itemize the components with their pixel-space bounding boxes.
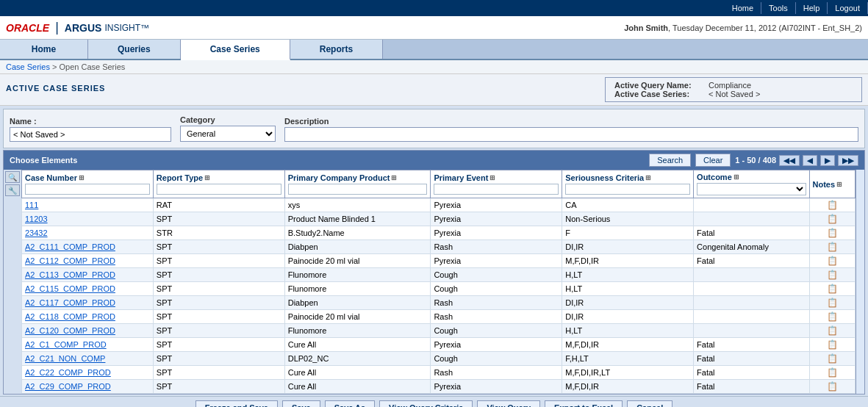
notes-icon[interactable]: 📋 xyxy=(827,284,838,294)
cell-notes[interactable]: 📋 xyxy=(809,352,855,366)
sort-icon-outcome[interactable]: ⊞ xyxy=(734,173,739,181)
cell-notes[interactable]: 📋 xyxy=(809,268,855,282)
table-scroll-area[interactable]: Case Number ⊞ Report Type ⊞ Primary Comp… xyxy=(21,170,856,394)
cell-case-number[interactable]: A2_C1_COMP_PROD xyxy=(22,338,154,352)
name-input[interactable] xyxy=(10,127,171,142)
cell-notes[interactable]: 📋 xyxy=(809,296,855,310)
clear-button[interactable]: Clear xyxy=(695,154,731,167)
cell-notes[interactable]: 📋 xyxy=(809,254,855,268)
case-number-link[interactable]: 111 xyxy=(25,201,38,209)
notes-icon[interactable]: 📋 xyxy=(827,311,838,322)
cell-notes[interactable]: 📋 xyxy=(809,226,855,240)
notes-icon[interactable]: 📋 xyxy=(827,200,838,210)
view-query-button[interactable]: View Query xyxy=(477,400,540,407)
cell-notes[interactable]: 📋 xyxy=(809,380,855,394)
view-query-criteria-button[interactable]: View Query Criteria xyxy=(379,400,473,407)
filter-event[interactable] xyxy=(434,184,559,195)
cell-notes[interactable]: 📋 xyxy=(809,324,855,338)
case-number-link[interactable]: A2_C118_COMP_PROD xyxy=(25,312,115,321)
cell-case-number[interactable]: A2_C112_COMP_PROD xyxy=(22,254,154,268)
case-number-link[interactable]: A2_C29_COMP_PROD xyxy=(25,382,111,391)
cell-case-number[interactable]: A2_C117_COMP_PROD xyxy=(22,296,154,310)
case-number-link[interactable]: 11203 xyxy=(25,215,48,223)
case-number-link[interactable]: A2_C22_COMP_PROD xyxy=(25,368,111,377)
case-number-link[interactable]: 23432 xyxy=(25,228,48,237)
pagination-first[interactable]: ◀◀ xyxy=(779,155,800,166)
cell-case-number[interactable]: 111 xyxy=(22,198,154,212)
filter-report-type[interactable] xyxy=(157,184,281,195)
left-icon-filter[interactable]: 🔧 xyxy=(5,184,20,196)
cell-notes[interactable]: 📋 xyxy=(809,240,855,254)
notes-icon[interactable]: 📋 xyxy=(827,367,838,378)
breadcrumb-case-series[interactable]: Case Series xyxy=(6,62,50,71)
filter-seriousness[interactable] xyxy=(565,184,690,195)
logo: ORACLE | ARGUS INSIGHT™ xyxy=(6,20,149,35)
cell-case-number[interactable]: 11203 xyxy=(22,212,154,226)
cell-notes[interactable]: 📋 xyxy=(809,212,855,226)
category-select[interactable]: General Medical Statistical Other xyxy=(180,126,276,142)
notes-icon[interactable]: 📋 xyxy=(827,214,838,224)
notes-icon[interactable]: 📋 xyxy=(827,256,838,266)
filter-outcome-select[interactable]: Fatal Non-Serious Congenital Anomaly xyxy=(697,183,806,195)
cell-case-number[interactable]: A2_C22_COMP_PROD xyxy=(22,366,154,380)
scrollbar-area[interactable] xyxy=(856,170,864,394)
notes-icon[interactable]: 📋 xyxy=(827,228,838,238)
notes-icon[interactable]: 📋 xyxy=(827,325,838,336)
pagination-last[interactable]: ▶▶ xyxy=(838,155,858,166)
cell-notes[interactable]: 📋 xyxy=(809,338,855,352)
case-number-link[interactable]: A2_C117_COMP_PROD xyxy=(25,298,115,307)
case-number-link[interactable]: A2_C111_COMP_PROD xyxy=(25,242,115,251)
nav-help-link[interactable]: Help xyxy=(796,2,828,14)
cancel-button[interactable]: Cancel xyxy=(627,400,672,407)
tab-reports[interactable]: Reports xyxy=(290,40,383,59)
tab-home[interactable]: Home xyxy=(0,40,88,59)
notes-icon[interactable]: 📋 xyxy=(827,339,838,350)
pagination-next[interactable]: ▶ xyxy=(820,155,835,166)
cell-case-number[interactable]: A2_C111_COMP_PROD xyxy=(22,240,154,254)
export-to-excel-button[interactable]: Export to Excel xyxy=(545,400,623,407)
sort-icon-notes[interactable]: ⊞ xyxy=(836,181,842,188)
cell-case-number[interactable]: A2_C113_COMP_PROD xyxy=(22,268,154,282)
save-as-button[interactable]: Save As xyxy=(325,400,375,407)
cell-notes[interactable]: 📋 xyxy=(809,366,855,380)
pagination-prev[interactable]: ◀ xyxy=(803,155,817,166)
cell-case-number[interactable]: A2_C29_COMP_PROD xyxy=(22,380,154,394)
notes-icon[interactable]: 📋 xyxy=(827,242,838,252)
cell-case-number[interactable]: A2_C118_COMP_PROD xyxy=(22,310,154,324)
tab-case-series[interactable]: Case Series xyxy=(181,40,290,60)
cell-case-number[interactable]: 23432 xyxy=(22,226,154,240)
sort-icon-event[interactable]: ⊞ xyxy=(489,174,495,181)
filter-product[interactable] xyxy=(288,184,428,195)
notes-icon[interactable]: 📋 xyxy=(827,353,838,364)
cell-notes[interactable]: 📋 xyxy=(809,282,855,296)
sort-icon-seriousness[interactable]: ⊞ xyxy=(645,174,651,181)
notes-icon[interactable]: 📋 xyxy=(827,381,838,392)
cell-notes[interactable]: 📋 xyxy=(809,198,855,212)
cell-report_type: RAT xyxy=(153,198,284,212)
case-number-link[interactable]: A2_C120_COMP_PROD xyxy=(25,326,115,335)
case-number-link[interactable]: A2_C115_COMP_PROD xyxy=(25,284,115,293)
case-number-link[interactable]: A2_C21_NON_COMP xyxy=(25,354,105,363)
case-number-link[interactable]: A2_C113_COMP_PROD xyxy=(25,270,115,279)
sort-icon-case-number[interactable]: ⊞ xyxy=(79,174,85,181)
search-button[interactable]: Search xyxy=(649,154,691,167)
cell-case-number[interactable]: A2_C120_COMP_PROD xyxy=(22,324,154,338)
save-button[interactable]: Save xyxy=(282,400,320,407)
nav-home-link[interactable]: Home xyxy=(725,2,761,14)
filter-case-number[interactable] xyxy=(25,184,150,195)
cell-notes[interactable]: 📋 xyxy=(809,310,855,324)
left-icon-search[interactable]: 🔍 xyxy=(5,171,20,183)
nav-logout-link[interactable]: Logout xyxy=(828,2,868,14)
notes-icon[interactable]: 📋 xyxy=(827,270,838,280)
sort-icon-product[interactable]: ⊞ xyxy=(391,174,397,181)
cell-case-number[interactable]: A2_C21_NON_COMP xyxy=(22,352,154,366)
case-number-link[interactable]: A2_C1_COMP_PROD xyxy=(25,340,107,349)
nav-tools-link[interactable]: Tools xyxy=(761,2,796,14)
case-number-link[interactable]: A2_C112_COMP_PROD xyxy=(25,256,115,265)
freeze-and-save-button[interactable]: Freeze and Save xyxy=(196,400,278,407)
notes-icon[interactable]: 📋 xyxy=(827,298,838,308)
description-input[interactable] xyxy=(284,127,858,142)
tab-queries[interactable]: Queries xyxy=(88,40,181,59)
cell-case-number[interactable]: A2_C115_COMP_PROD xyxy=(22,282,154,296)
sort-icon-report-type[interactable]: ⊞ xyxy=(204,174,210,181)
